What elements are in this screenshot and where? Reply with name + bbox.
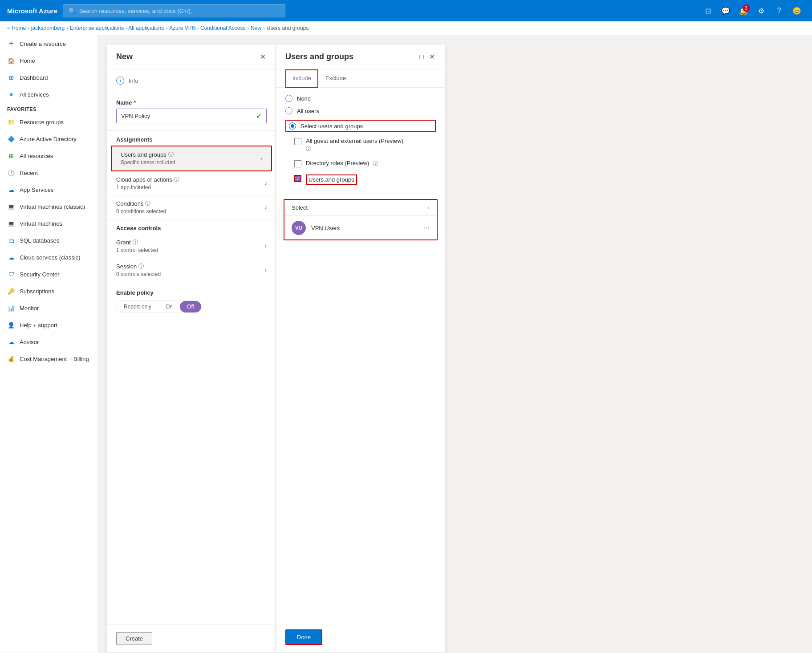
name-input-display[interactable]: VPN Policy ✓ [116,109,267,123]
breadcrumb-enterprise-apps[interactable]: Enterprise applications - All applicatio… [70,25,164,31]
sidebar-item-all-services[interactable]: ≡ All services [0,86,97,103]
session-subtitle: 0 controls selected [116,271,265,277]
checkbox-directory-roles[interactable]: Directory roles (Preview) ⓘ [294,160,436,167]
sidebar-label-home: Home [20,57,35,64]
main-layout: + Create a resource 🏠 Home ⊞ Dashboard ≡… [0,35,812,653]
breadcrumb: « Home › jackstromberg › Enterprise appl… [0,21,812,35]
cloud-apps-subtitle: 1 app included [116,184,265,191]
sidebar-item-help[interactable]: 👤 Help + support [0,316,97,333]
sidebar-item-vm-classic[interactable]: 💻 Virtual machines (classic) [0,198,97,215]
checkbox-guest-external-box[interactable] [294,138,301,145]
sidebar-item-dashboard[interactable]: ⊞ Dashboard [0,69,97,86]
app-services-icon: ☁ [7,186,15,194]
checkbox-directory-roles-box[interactable] [294,160,301,167]
monitor-icon: 📊 [7,304,15,312]
sidebar-item-all-resources[interactable]: ⊞ All resources [0,147,97,164]
toggle-off[interactable]: Off [180,301,201,312]
sidebar-label-help: Help + support [20,322,57,329]
sidebar-label-cost-management: Cost Management + Billing [20,356,89,362]
conditions-row[interactable]: Conditions ⓘ 0 conditions selected › [107,195,276,219]
sidebar-item-sql[interactable]: 🗃 SQL databases [0,232,97,249]
resource-groups-icon: 📁 [7,118,15,126]
breadcrumb-azure-vpn[interactable]: Azure VPN - Conditional Access [169,25,245,31]
tab-include[interactable]: Include [285,69,318,88]
help-button[interactable]: ? [771,3,787,19]
sidebar-item-resource-groups[interactable]: 📁 Resource groups [0,114,97,130]
assignments-label: Assignments [107,131,276,146]
tab-exclude[interactable]: Exclude [318,69,353,88]
sidebar-item-advisor[interactable]: ☁ Advisor [0,333,97,350]
sidebar-item-monitor[interactable]: 📊 Monitor [0,300,97,316]
radio-all-users-label: All users [297,108,319,114]
vpn-users-more-icon[interactable]: ··· [424,224,430,232]
name-section: Name * VPN Policy ✓ [107,92,276,131]
select-users-box: Select › VU VPN Users ··· [284,199,438,240]
cloud-apps-row[interactable]: Cloud apps or actions ⓘ 1 app included › [107,171,276,195]
sidebar-label-security: Security Center [20,271,60,278]
checkbox-guest-external[interactable]: All guest and external users (Preview) ⓘ [294,138,436,153]
feedback-button[interactable]: 💬 [718,3,734,19]
sidebar-item-app-services[interactable]: ☁ App Services [0,181,97,198]
select-chevron: › [428,205,430,211]
sidebar-label-subscriptions: Subscriptions [20,288,54,295]
sidebar-item-vm[interactable]: 💻 Virtual machines [0,215,97,232]
sidebar-label-monitor: Monitor [20,305,39,312]
grant-info-icon: ⓘ [133,239,138,246]
conditions-title: Conditions ⓘ [116,200,265,207]
radio-none[interactable]: None [285,95,436,102]
toggle-report-only[interactable]: Report-only [117,301,158,312]
session-row[interactable]: Session ⓘ 0 controls selected › [107,258,276,282]
users-panel-expand-button[interactable]: □ [418,52,425,62]
done-button[interactable]: Done [285,629,322,645]
create-resource-label: Create a resource [20,41,66,47]
breadcrumb-home[interactable]: Home [12,25,26,31]
topbar: Microsoft Azure 🔍 ⊡ 💬 🔔 3 ⚙ ? 😊 [0,0,812,21]
search-input[interactable] [79,8,280,14]
create-button[interactable]: Create [116,632,152,645]
new-panel-body: i Info Name * VPN Policy ✓ Assignments [107,69,276,625]
sidebar-item-cloud-services[interactable]: ☁ Cloud services (classic) [0,249,97,266]
breadcrumb-new[interactable]: New [251,25,261,31]
checkbox-users-groups-label: Users and groups [309,176,354,183]
sidebar-item-subscriptions[interactable]: 🔑 Subscriptions [0,283,97,300]
sidebar-label-vm: Virtual machines [20,220,62,227]
radio-all-users[interactable]: All users [285,107,436,114]
users-groups-chevron: › [260,155,262,162]
checkbox-directory-roles-label: Directory roles (Preview) ⓘ [306,160,378,167]
sidebar-label-azure-ad: Azure Active Directory [20,136,77,142]
grant-row[interactable]: Grant ⓘ 1 control selected › [107,234,276,258]
select-users-header[interactable]: Select › [284,200,437,216]
notifications-button[interactable]: 🔔 3 [735,3,751,19]
directory-roles-info-icon: ⓘ [373,160,378,166]
radio-select-users[interactable]: Select users and groups [285,120,436,132]
new-panel-close-button[interactable]: ✕ [259,52,267,62]
sidebar-item-recent[interactable]: 🕐 Recent [0,164,97,181]
toggle-on[interactable]: On [158,301,180,312]
users-panel-close-button[interactable]: ✕ [428,52,436,62]
sidebar-label-resource-groups: Resource groups [20,119,64,126]
settings-button[interactable]: ⚙ [753,3,769,19]
vpn-users-name: VPN Users [311,225,340,231]
content-area: New ✕ i Info Name * VP [98,35,812,653]
sidebar-create-resource[interactable]: + Create a resource [0,35,97,52]
breadcrumb-collapse[interactable]: « [7,25,10,31]
sidebar-item-cost-management[interactable]: 💰 Cost Management + Billing [0,350,97,367]
all-services-icon: ≡ [7,90,15,98]
checkbox-users-groups[interactable]: Users and groups [294,174,436,185]
sidebar-item-home[interactable]: 🏠 Home [0,52,97,69]
cloud-shell-button[interactable]: ⊡ [700,3,716,19]
sidebar-item-security[interactable]: 🛡 Security Center [0,266,97,283]
radio-none-label: None [297,95,311,102]
breadcrumb-jackstromberg[interactable]: jackstromberg [31,25,65,31]
users-groups-row[interactable]: Users and groups ⓘ Specific users includ… [112,146,271,170]
sidebar-item-azure-ad[interactable]: 🔷 Azure Active Directory [0,130,97,147]
session-info-icon: ⓘ [138,263,144,270]
enable-policy-toggle[interactable]: Report-only On Off [116,300,202,313]
conditions-subtitle: 0 conditions selected [116,208,265,215]
radio-all-users-circle [285,107,292,114]
vm-classic-icon: 💻 [7,203,15,211]
azure-ad-icon: 🔷 [7,135,15,143]
account-button[interactable]: 😊 [789,3,805,19]
checkbox-users-groups-box[interactable] [294,175,301,182]
search-box[interactable]: 🔍 [63,4,285,17]
